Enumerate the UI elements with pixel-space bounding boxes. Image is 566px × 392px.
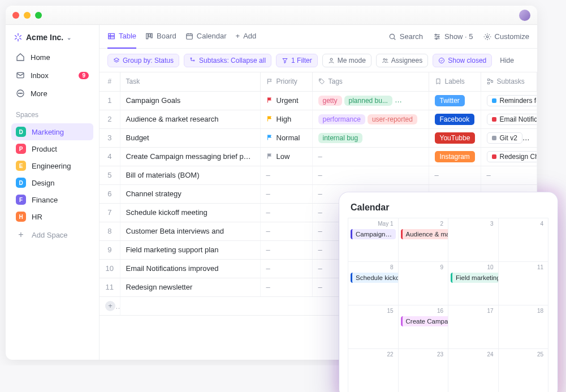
task-name[interactable]: Bill of materials (BOM) [120, 166, 260, 184]
priority-cell[interactable]: Low [260, 147, 312, 166]
priority-cell[interactable]: Normal [260, 128, 312, 147]
labels-cell[interactable]: – [429, 166, 481, 184]
table-row[interactable]: 2 Audience & market research High perfor… [100, 110, 537, 128]
calendar-cell[interactable]: 25 [498, 348, 549, 365]
task-name[interactable]: Campaign Goals [120, 91, 260, 110]
tab-table[interactable]: Table [107, 25, 136, 49]
subtasks-cell[interactable]: Git v2+ [481, 128, 537, 147]
col-subtasks[interactable]: Subtasks [481, 72, 537, 91]
tab-calendar[interactable]: Calendar [185, 25, 227, 49]
minimize-window-icon[interactable] [24, 12, 31, 19]
close-window-icon[interactable] [12, 12, 19, 19]
calendar-cell[interactable]: 18 [498, 305, 549, 349]
subtasks-cell[interactable]: Reminders for [481, 91, 537, 110]
priority-cell[interactable]: High [260, 110, 312, 128]
sidebar-item-finance[interactable]: FFinance [11, 191, 93, 208]
workspace-switcher[interactable]: Acme Inc. ⌄ [11, 29, 93, 48]
chip-filter[interactable]: 1 Filter [276, 54, 318, 67]
tab-board[interactable]: Board [145, 25, 176, 49]
calendar-cell[interactable]: 2Audience & market research [398, 218, 449, 262]
col-priority[interactable]: Priority [260, 72, 312, 91]
chip-subtasks[interactable]: Subtasks: Collapse all [184, 54, 271, 67]
calendar-event[interactable]: Field marketing support [451, 273, 499, 283]
add-view-button[interactable]: + Add [236, 25, 257, 49]
chip-show-closed[interactable]: Show closed [433, 54, 492, 67]
nav-more[interactable]: More [11, 85, 93, 102]
calendar-cell[interactable]: 22 [348, 348, 399, 365]
priority-cell[interactable]: – [260, 203, 312, 222]
task-name[interactable]: Audience & market research [120, 110, 260, 128]
tags-cell[interactable]: performanceuser-reported [312, 110, 429, 128]
chip-group-by[interactable]: Group by: Status [107, 54, 179, 67]
calendar-cell[interactable]: 24 [448, 348, 499, 365]
calendar-cell[interactable]: 8Schedule kickoff meeting [348, 261, 399, 305]
avatar[interactable] [519, 10, 530, 21]
task-name[interactable]: Create Campaign messaging brief page [120, 147, 260, 166]
calendar-cell[interactable]: 11 [498, 261, 549, 305]
chip-hide[interactable]: Hide [496, 54, 519, 67]
task-name[interactable]: Email Notifications improved [120, 259, 260, 278]
calendar-event[interactable]: Schedule kickoff meeting [351, 273, 399, 283]
nav-home[interactable]: Home [11, 49, 93, 66]
calendar-cell[interactable]: 23 [398, 348, 449, 365]
col-task[interactable]: Task [120, 72, 260, 91]
add-space-button[interactable]: + Add Space [11, 226, 93, 243]
calendar-cell[interactable]: 4 [498, 218, 549, 262]
task-name[interactable]: Redesign newsletter [120, 278, 260, 296]
calendar-cell[interactable]: 10Field marketing support [448, 261, 499, 305]
priority-cell[interactable]: – [260, 278, 312, 296]
priority-cell[interactable]: – [260, 240, 312, 259]
subtasks-cell[interactable]: – [481, 166, 537, 184]
labels-cell[interactable]: Twitter [429, 91, 481, 110]
calendar-cell[interactable]: 15 [348, 305, 399, 349]
table-row[interactable]: 5 Bill of materials (BOM) – – – – [100, 166, 537, 184]
tags-cell[interactable]: – [312, 147, 429, 166]
calendar-event[interactable]: Create Campaign messaging brief page [401, 316, 449, 326]
maximize-window-icon[interactable] [35, 12, 42, 19]
calendar-event[interactable]: Audience & market research [401, 229, 449, 239]
calendar-cell[interactable]: 9 [398, 261, 449, 305]
labels-cell[interactable]: Instagram [429, 147, 481, 166]
filter-bar: Group by: Status Subtasks: Collapse all … [100, 49, 537, 72]
priority-cell[interactable]: – [260, 166, 312, 184]
col-labels[interactable]: Labels [429, 72, 481, 91]
subtasks-cell[interactable]: Redesign Chro [481, 147, 537, 166]
chip-assignees[interactable]: Assignees [376, 54, 428, 67]
task-name[interactable]: Budget [120, 128, 260, 147]
priority-cell[interactable]: – [260, 184, 312, 203]
priority-cell[interactable]: – [260, 259, 312, 278]
subtasks-cell[interactable]: Email Notificat [481, 110, 537, 128]
calendar-date: 18 [501, 308, 546, 315]
customize-button[interactable]: Customize [483, 32, 529, 41]
priority-cell[interactable]: – [260, 222, 312, 240]
col-num[interactable]: # [100, 72, 120, 91]
tags-cell[interactable]: – [312, 166, 429, 184]
nav-inbox[interactable]: Inbox 9 [11, 67, 93, 84]
search-button[interactable]: Search [388, 32, 423, 41]
calendar-cell[interactable]: 3 [448, 218, 499, 262]
task-name[interactable]: Customer Beta interviews and [120, 222, 260, 240]
calendar-event[interactable]: Campaign Goals [351, 229, 396, 239]
sidebar-item-design[interactable]: DDesign [11, 174, 93, 191]
calendar-cell[interactable]: 17 [448, 305, 499, 349]
labels-cell[interactable]: YouTubbe [429, 128, 481, 147]
sidebar-item-marketing[interactable]: DMarketing [11, 123, 93, 140]
table-row[interactable]: 3 Budget Normal internal bug YouTubbe Gi… [100, 128, 537, 147]
table-row[interactable]: 1 Campaign Goals Urgent gettyplanned bu.… [100, 91, 537, 110]
tags-cell[interactable]: internal bug [312, 128, 429, 147]
sidebar-item-hr[interactable]: HHR [11, 208, 93, 225]
tags-cell[interactable]: gettyplanned bu...webflow [312, 91, 429, 110]
task-name[interactable]: Schedule kickoff meeting [120, 203, 260, 222]
labels-cell[interactable]: Facebook [429, 110, 481, 128]
table-row[interactable]: 4 Create Campaign messaging brief page L… [100, 147, 537, 166]
task-name[interactable]: Field marketing support plan [120, 240, 260, 259]
task-name[interactable]: Channel strategy [120, 184, 260, 203]
priority-cell[interactable]: Urgent [260, 91, 312, 110]
calendar-cell[interactable]: 16Create Campaign messaging brief page [398, 305, 449, 349]
chip-me-mode[interactable]: Me mode [322, 54, 371, 67]
show-button[interactable]: Show · 5 [433, 32, 473, 41]
col-tags[interactable]: Tags [312, 72, 429, 91]
calendar-cell[interactable]: May 1Campaign Goals [348, 218, 399, 262]
sidebar-item-engineering[interactable]: EEngineering [11, 157, 93, 174]
sidebar-item-product[interactable]: PProduct [11, 140, 93, 157]
